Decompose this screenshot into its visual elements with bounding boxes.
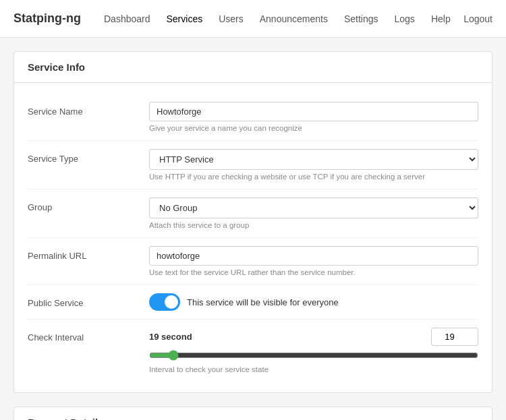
- nav-services[interactable]: Services: [159, 8, 209, 30]
- public-service-text: This service will be visible for everyon…: [187, 297, 339, 307]
- nav-help[interactable]: Help: [424, 8, 457, 30]
- service-info-header: Service Info: [14, 52, 492, 83]
- service-type-row: Service Type HTTP Service TCP Service Us…: [28, 141, 478, 189]
- permalink-hint: Use text for the service URL rather than…: [149, 268, 478, 276]
- service-info-title: Service Info: [28, 61, 478, 73]
- request-details-header: Request Details: [14, 407, 492, 420]
- navbar: Statping-ng Dashboard Services Users Ann…: [0, 0, 506, 38]
- check-interval-label: Check Interval: [28, 328, 149, 342]
- brand-logo: Statping-ng: [13, 11, 81, 26]
- service-info-card: Service Info Service Name Give your serv…: [13, 51, 493, 393]
- service-name-control: Give your service a name you can recogni…: [149, 102, 478, 132]
- group-label: Group: [28, 198, 149, 212]
- toggle-slider: [149, 293, 180, 311]
- check-interval-slider[interactable]: [149, 350, 478, 361]
- request-details-card: Request Details Service Endpoint (URL) S…: [13, 407, 493, 420]
- nav-settings[interactable]: Settings: [337, 8, 385, 30]
- public-service-label: Public Service: [28, 293, 149, 308]
- service-type-select[interactable]: HTTP Service TCP Service: [149, 149, 478, 170]
- permalink-control: Use text for the service URL rather than…: [149, 246, 478, 276]
- nav-logs[interactable]: Logs: [388, 8, 422, 30]
- public-service-row: Public Service This service will be visi…: [28, 285, 478, 320]
- check-interval-hint: Interval to check your service state: [149, 365, 478, 373]
- group-select[interactable]: No Group: [149, 198, 478, 218]
- permalink-input[interactable]: [149, 246, 478, 266]
- group-control: No Group Attach this service to a group: [149, 198, 478, 229]
- service-info-body: Service Name Give your service a name yo…: [14, 83, 492, 392]
- nav-dashboard[interactable]: Dashboard: [97, 8, 157, 30]
- service-name-input[interactable]: [149, 102, 478, 121]
- service-name-hint: Give your service a name you can recogni…: [149, 124, 478, 132]
- service-type-hint: Use HTTP if you are checking a website o…: [149, 173, 478, 181]
- public-service-toggle[interactable]: [149, 293, 180, 311]
- nav-links: Dashboard Services Users Announcements S…: [97, 8, 463, 30]
- page-content: Service Info Service Name Give your serv…: [0, 38, 506, 420]
- check-interval-control: 19 second Interval to check your service…: [149, 328, 478, 373]
- slider-top-row: 19 second: [149, 328, 478, 346]
- permalink-label: Permalink URL: [28, 246, 149, 261]
- group-row: Group No Group Attach this service to a …: [28, 189, 478, 238]
- service-type-label: Service Type: [28, 149, 149, 164]
- service-name-row: Service Name Give your service a name yo…: [28, 94, 478, 141]
- nav-users[interactable]: Users: [212, 8, 250, 30]
- logout-button[interactable]: Logout: [463, 13, 493, 24]
- check-interval-row: Check Interval 19 second Interval to che…: [28, 320, 478, 382]
- check-interval-number[interactable]: [431, 328, 478, 346]
- permalink-row: Permalink URL Use text for the service U…: [28, 238, 478, 285]
- public-service-toggle-wrap: This service will be visible for everyon…: [149, 293, 478, 311]
- service-name-label: Service Name: [28, 102, 149, 117]
- group-hint: Attach this service to a group: [149, 221, 478, 229]
- slider-title: 19 second: [149, 332, 192, 342]
- request-details-title: Request Details: [28, 417, 478, 420]
- public-service-control: This service will be visible for everyon…: [149, 293, 478, 311]
- service-type-control: HTTP Service TCP Service Use HTTP if you…: [149, 149, 478, 181]
- nav-announcements[interactable]: Announcements: [253, 8, 335, 30]
